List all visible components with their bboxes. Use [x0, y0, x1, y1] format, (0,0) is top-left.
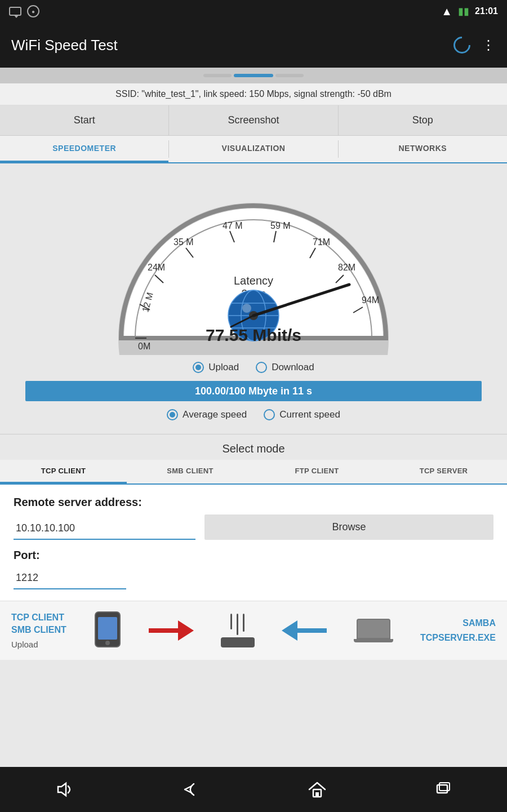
more-icon[interactable]: ⋮	[482, 37, 496, 53]
time-display: 21:01	[475, 6, 498, 16]
tab-networks[interactable]: NETWORKS	[339, 136, 507, 162]
current-radio[interactable]	[264, 409, 275, 420]
tab-tcp-client[interactable]: TCP CLIENT	[0, 460, 127, 483]
download-radio[interactable]	[256, 362, 267, 373]
back-icon	[180, 779, 201, 800]
app-bar: WiFi Speed Test ⋮	[0, 23, 507, 68]
download-label: Download	[272, 362, 314, 373]
svg-rect-33	[98, 617, 117, 640]
svg-point-27	[242, 304, 251, 313]
laptop-icon	[354, 619, 393, 642]
server-address-row: Browse	[14, 514, 493, 540]
upload-radio[interactable]	[193, 362, 204, 373]
svg-text:59 M: 59 M	[270, 221, 291, 230]
volume-icon	[54, 779, 74, 800]
recent-nav-button[interactable]	[430, 775, 458, 804]
status-bar: ● ▲ ▮▮ 21:01	[0, 0, 507, 23]
bottom-nav	[0, 767, 507, 812]
status-bar-right: ▲ ▮▮ 21:01	[441, 5, 498, 18]
divider-1	[0, 434, 507, 434]
main-tabs: SPEEDOMETER VISUALIZATION NETWORKS	[0, 136, 507, 163]
svg-point-34	[105, 641, 110, 645]
select-mode-label: Select mode	[0, 438, 507, 460]
content-area: Remote server address: Browse Port:	[0, 485, 507, 601]
svg-text:Latency: Latency	[234, 274, 273, 287]
chat-icon: ●	[27, 5, 39, 17]
phone-icon	[94, 610, 122, 651]
upload-radio-item[interactable]: Upload	[193, 362, 239, 373]
ssid-info: SSID: "white_test_1", link speed: 150 Mb…	[115, 89, 392, 99]
tab-pill-1[interactable]	[203, 74, 232, 77]
upload-download-row: Upload Download	[193, 362, 314, 373]
svg-text:24M: 24M	[148, 263, 165, 272]
svg-text:0M: 0M	[138, 341, 150, 351]
svg-rect-38	[439, 783, 450, 791]
svg-rect-37	[437, 785, 447, 793]
diagram-area: TCP CLIENT SMB CLIENT Upload SAMBA	[0, 601, 507, 660]
tab-visualization[interactable]: VISUALIZATION	[169, 136, 337, 162]
home-icon	[307, 779, 327, 800]
svg-text:47 M: 47 M	[223, 221, 243, 230]
action-buttons: Start Screenshot Stop	[0, 105, 507, 136]
tab-tcp-server[interactable]: TCP SERVER	[380, 460, 507, 483]
svg-text:94M: 94M	[362, 295, 379, 305]
port-input[interactable]	[14, 567, 126, 589]
port-label: Port:	[14, 549, 493, 562]
diagram-tcp-label: TCP CLIENT	[11, 613, 66, 623]
tab-ftp-client[interactable]: FTP CLIENT	[254, 460, 380, 483]
status-bar-left: ●	[9, 5, 39, 17]
tab-speedometer[interactable]: SPEEDOMETER	[0, 136, 168, 162]
upload-label: Upload	[208, 362, 239, 373]
download-radio-item[interactable]: Download	[256, 362, 314, 373]
diagram-labels: TCP CLIENT SMB CLIENT Upload	[11, 613, 66, 649]
current-radio-item[interactable]: Current speed	[264, 409, 340, 420]
current-label: Current speed	[279, 409, 340, 420]
avg-current-row: Average speed Current speed	[167, 409, 340, 420]
avg-radio-item[interactable]: Average speed	[167, 409, 247, 420]
info-bar: SSID: "white_test_1", link speed: 150 Mb…	[0, 83, 507, 105]
tab-strip-top	[0, 68, 507, 83]
gauge-svg: 0M 12 M 24M 35 M 47 M 59 M 71M 82M	[107, 175, 400, 355]
screenshot-button[interactable]: Screenshot	[169, 105, 338, 135]
samba-label: SAMBA TCPSERVER.EXE	[420, 616, 496, 645]
recent-icon	[434, 779, 454, 800]
download-arrow-left	[282, 620, 327, 641]
tab-smb-client[interactable]: SMB CLIENT	[127, 460, 254, 483]
diagram-smb-label: SMB CLIENT	[11, 625, 66, 635]
tab-pill-3[interactable]	[275, 74, 304, 77]
svg-rect-36	[315, 792, 319, 797]
server-address-label: Remote server address:	[14, 496, 493, 509]
svg-text:35 M: 35 M	[174, 237, 194, 247]
mode-tabs: TCP CLIENT SMB CLIENT FTP CLIENT TCP SER…	[0, 460, 507, 485]
progress-bar: 100.00/100 Mbyte in 11 s	[25, 381, 482, 401]
avg-label: Average speed	[183, 409, 247, 420]
back-nav-button[interactable]	[176, 775, 204, 804]
refresh-icon[interactable]	[450, 33, 474, 57]
volume-nav-button[interactable]	[50, 775, 78, 804]
browse-button[interactable]: Browse	[204, 514, 493, 540]
wifi-icon: ▲	[441, 5, 452, 18]
home-nav-button[interactable]	[303, 775, 331, 804]
stop-button[interactable]: Stop	[339, 105, 507, 135]
router-icon	[221, 614, 255, 647]
gauge-container: 0M 12 M 24M 35 M 47 M 59 M 71M 82M	[107, 175, 400, 355]
diagram-upload-label: Upload	[11, 640, 66, 649]
avg-radio[interactable]	[167, 409, 178, 420]
app-bar-icons: ⋮	[453, 37, 496, 54]
speedometer-section: 0M 12 M 24M 35 M 47 M 59 M 71M 82M	[0, 163, 507, 431]
progress-text: 100.00/100 Mbyte in 11 s	[195, 385, 312, 397]
svg-text:82M: 82M	[338, 263, 355, 272]
svg-text:77.55 Mbit/s: 77.55 Mbit/s	[206, 326, 301, 344]
app-title: WiFi Speed Test	[11, 37, 118, 54]
upload-arrow-right	[149, 620, 194, 641]
message-icon	[9, 7, 21, 16]
server-address-input[interactable]	[14, 518, 195, 540]
svg-text:71M: 71M	[313, 237, 330, 247]
tab-pill-2[interactable]	[234, 74, 273, 77]
start-button[interactable]: Start	[0, 105, 169, 135]
battery-icon: ▮▮	[458, 5, 469, 17]
